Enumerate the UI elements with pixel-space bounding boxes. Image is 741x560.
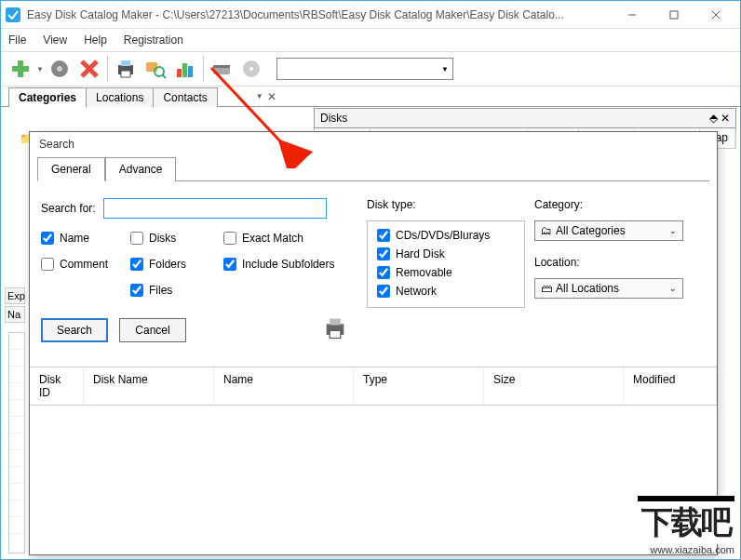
check-folders[interactable]: Folders xyxy=(130,258,223,271)
toolbar-combo[interactable]: ▼ xyxy=(276,58,453,80)
svg-rect-24 xyxy=(330,330,341,338)
print-button[interactable] xyxy=(112,55,140,83)
svg-rect-15 xyxy=(177,69,182,77)
check-harddisk[interactable]: Hard Disk xyxy=(377,247,515,260)
check-name[interactable]: Name xyxy=(41,232,130,245)
menu-registration[interactable]: Registration xyxy=(124,33,183,47)
search-for-label: Search for: xyxy=(41,202,96,215)
check-comment[interactable]: Comment xyxy=(41,258,130,271)
close-button[interactable] xyxy=(694,2,736,28)
close-icon[interactable]: ✕ xyxy=(267,90,276,103)
svg-point-21 xyxy=(249,67,253,71)
chevron-down-icon[interactable]: ▼ xyxy=(256,92,263,100)
folder-icon: 🗂 xyxy=(541,224,552,237)
search-tab-general[interactable]: General xyxy=(37,157,105,181)
svg-rect-10 xyxy=(121,60,130,66)
disks-title: Disks xyxy=(320,112,347,125)
svg-rect-0 xyxy=(6,7,20,22)
location-combo[interactable]: 🗃All Locations ⌄ xyxy=(534,278,683,299)
dropdown-icon[interactable]: ▼ xyxy=(36,65,44,73)
window-title: Easy Disk Catalog Maker - C:\Users\27213… xyxy=(27,8,611,21)
tab-categories[interactable]: Categories xyxy=(8,87,87,107)
cancel-button[interactable]: Cancel xyxy=(119,318,186,342)
location-label: Location: xyxy=(534,256,706,269)
rescol-size[interactable]: Size xyxy=(484,367,624,405)
svg-line-14 xyxy=(162,74,166,78)
search-button[interactable] xyxy=(141,55,169,83)
nav-tabs-row: Categories Locations Contacts ▼ ✕ xyxy=(1,87,740,107)
chevron-down-icon: ▼ xyxy=(441,65,449,73)
tab-controls: ▼ ✕ xyxy=(256,87,282,106)
watermark: 下载吧 www.xiazaiba.com xyxy=(638,496,734,555)
rescol-name[interactable]: Name xyxy=(214,367,354,405)
check-files[interactable]: Files xyxy=(130,284,223,297)
pin-icon[interactable]: ⬘ xyxy=(709,112,718,125)
svg-rect-17 xyxy=(188,66,193,77)
search-button[interactable]: Search xyxy=(41,318,108,342)
search-dialog-title: Search xyxy=(30,132,717,156)
stats-button[interactable] xyxy=(171,55,199,83)
svg-rect-19 xyxy=(213,65,230,68)
category-combo[interactable]: 🗂All Categories ⌄ xyxy=(534,220,683,241)
menu-view[interactable]: View xyxy=(43,33,67,47)
check-exact-match[interactable]: Exact Match xyxy=(223,232,354,245)
side-strip xyxy=(8,332,25,553)
disk-type-fieldset: CDs/DVDs/Blurays Hard Disk Removable Net… xyxy=(367,220,525,308)
name-col-label: Na xyxy=(5,306,25,323)
svg-rect-16 xyxy=(182,63,187,77)
printer-icon[interactable] xyxy=(322,315,348,344)
maximize-button[interactable] xyxy=(653,2,694,28)
menu-file[interactable]: File xyxy=(8,33,26,47)
disk-button[interactable] xyxy=(208,55,236,83)
explorer-panel: Exp Na xyxy=(5,287,25,323)
chevron-down-icon: ⌄ xyxy=(669,226,677,235)
rescol-modified[interactable]: Modified xyxy=(624,367,717,405)
search-dialog: Search General Advance Search for: Name … xyxy=(29,131,718,555)
check-network[interactable]: Network xyxy=(377,285,515,298)
check-cds[interactable]: CDs/DVDs/Blurays xyxy=(377,229,515,242)
tab-contacts[interactable]: Contacts xyxy=(153,87,217,107)
check-include-subfolders[interactable]: Include Subfolders xyxy=(223,258,354,271)
watermark-text: 下载吧 xyxy=(638,496,734,544)
explorer-label: Exp xyxy=(5,287,25,304)
rescol-diskid[interactable]: Disk ID xyxy=(30,367,84,405)
results-header: Disk ID Disk Name Name Type Size Modifie… xyxy=(30,367,717,406)
toolbar: ▼ ▼ xyxy=(1,51,740,87)
search-tab-advance[interactable]: Advance xyxy=(105,157,177,181)
check-removable[interactable]: Removable xyxy=(377,266,515,279)
rescol-diskname[interactable]: Disk Name xyxy=(84,367,214,405)
svg-rect-6 xyxy=(12,66,29,72)
add-button[interactable] xyxy=(7,55,34,83)
minimize-button[interactable] xyxy=(611,2,653,28)
delete-button[interactable] xyxy=(75,55,103,83)
separator xyxy=(203,56,204,82)
menu-help[interactable]: Help xyxy=(84,33,107,47)
svg-rect-2 xyxy=(670,11,678,19)
category-label: Category: xyxy=(534,198,706,211)
close-icon[interactable]: ✕ xyxy=(721,112,730,125)
watermark-url: www.xiazaiba.com xyxy=(638,544,734,555)
svg-rect-11 xyxy=(121,71,130,77)
svg-rect-23 xyxy=(330,319,341,326)
tab-locations[interactable]: Locations xyxy=(86,87,154,107)
chevron-down-icon: ⌄ xyxy=(669,284,677,293)
panel-controls: ⬘ ✕ xyxy=(709,112,730,125)
settings-button[interactable] xyxy=(46,55,74,83)
disk-type-label: Disk type: xyxy=(367,198,525,211)
search-input[interactable] xyxy=(103,198,327,219)
cd-button[interactable] xyxy=(237,55,265,83)
app-icon xyxy=(5,7,21,23)
location-icon: 🗃 xyxy=(541,282,552,295)
titlebar: Easy Disk Catalog Maker - C:\Users\27213… xyxy=(1,1,740,29)
menubar: File View Help Registration xyxy=(1,29,740,51)
svg-point-8 xyxy=(57,66,62,72)
check-disks[interactable]: Disks xyxy=(130,232,223,245)
rescol-type[interactable]: Type xyxy=(354,367,484,405)
separator xyxy=(107,56,108,82)
